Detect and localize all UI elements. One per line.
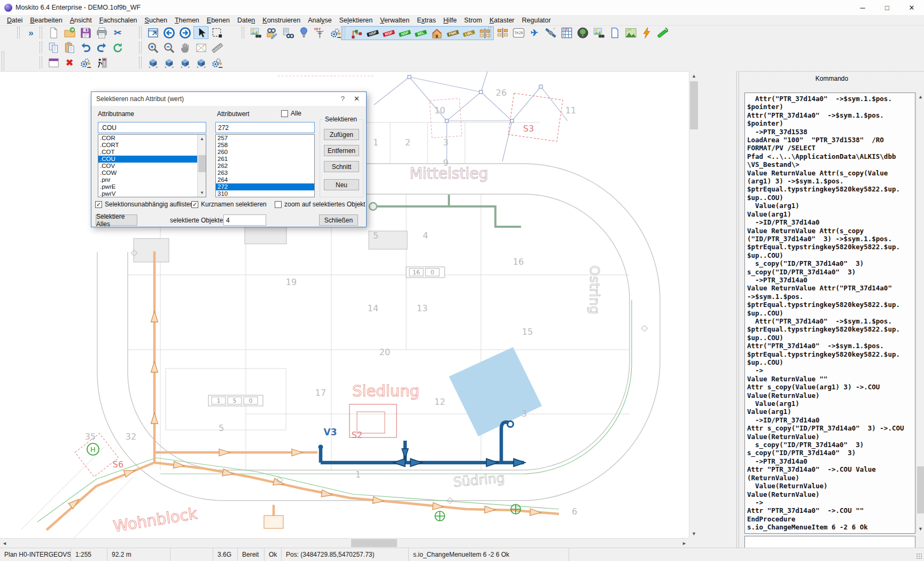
toolbar-grip[interactable]	[40, 27, 42, 39]
cube-view3-icon[interactable]	[177, 56, 192, 69]
dialog-checkbox-1[interactable]: ✓Kurznamen selektieren	[191, 201, 267, 208]
toolbar-grip[interactable]	[139, 42, 142, 53]
list-item[interactable]: .CORT	[98, 142, 206, 149]
scroll-right-icon[interactable]: ►	[680, 539, 689, 548]
layer-fmk-icon[interactable]: FMK	[445, 27, 460, 40]
scroll-down-icon[interactable]: ▼	[689, 529, 698, 538]
list-item[interactable]: 257	[216, 135, 314, 142]
checkbox-box[interactable]: ✓	[95, 201, 102, 208]
entfernen-button[interactable]: Entfernen	[324, 145, 359, 156]
scroll-up-icon[interactable]: ▲	[689, 71, 698, 80]
dialog-checkbox-2[interactable]: zoom auf selektiertes Objekt	[275, 201, 365, 208]
vscroll-thumb[interactable]	[690, 81, 698, 129]
copy-icon[interactable]	[46, 41, 61, 54]
list-scroll-thumb[interactable]	[198, 155, 206, 172]
map-horizontal-scrollbar[interactable]: ◄ ►	[0, 538, 689, 547]
airplane-icon[interactable]: ✈	[527, 26, 542, 39]
toolbar-grip[interactable]	[343, 27, 345, 39]
maximize-button[interactable]: □	[875, 0, 899, 15]
paste-icon[interactable]	[62, 41, 77, 54]
list-item[interactable]: 262	[216, 163, 314, 170]
menu-item-strom[interactable]: Strom	[461, 17, 486, 24]
house-icon[interactable]	[429, 27, 444, 40]
green-pen-icon[interactable]	[655, 26, 670, 39]
lightning-icon[interactable]	[639, 26, 654, 39]
menu-item-ebenen[interactable]: Ebenen	[203, 17, 234, 24]
attr-value-input[interactable]	[215, 122, 315, 133]
scroll-left-icon[interactable]: ◄	[0, 539, 9, 548]
toolbar-grip[interactable]	[17, 27, 20, 39]
open-folder-icon[interactable]	[62, 26, 77, 39]
console-scroll-thumb[interactable]	[917, 466, 924, 513]
list-item[interactable]: .pnr	[98, 176, 206, 183]
attr-name-list[interactable]: .COR.CORT.COT.COU.COV.COW.pnr.pwrE.pwrV …	[98, 134, 206, 197]
search-edit-icon[interactable]	[264, 26, 279, 39]
list-item[interactable]: .COW	[98, 170, 206, 176]
list-item[interactable]: 263	[216, 170, 314, 176]
ruler-icon[interactable]	[209, 41, 224, 54]
list-item[interactable]: .COU	[98, 156, 206, 163]
menu-item-analyse[interactable]: Analyse	[304, 17, 335, 24]
menu-item-konstruieren[interactable]: Konstruieren	[259, 17, 304, 24]
dialog-titlebar[interactable]: Selektieren nach Attribut (wert) ? ✕	[91, 92, 366, 106]
dialog-help-button[interactable]: ?	[341, 95, 345, 103]
new-document-icon[interactable]	[46, 26, 61, 39]
cube-view1-icon[interactable]	[145, 56, 160, 69]
hscroll-thumb[interactable]	[351, 539, 397, 547]
refresh-icon[interactable]	[110, 41, 125, 54]
kommando-console[interactable]: Attr("PTR_37d14a0" ->$sym.1.$pos.$pointe…	[744, 93, 915, 534]
image-search-icon[interactable]	[248, 26, 263, 39]
menu-item-extras[interactable]: Extras	[413, 17, 439, 24]
scroll-down-icon[interactable]: ▼	[917, 524, 924, 533]
cut-icon[interactable]: ✂	[110, 26, 125, 39]
power-pole-icon[interactable]: HS-F	[312, 26, 327, 39]
image-search2-icon[interactable]	[591, 26, 606, 39]
selected-parcel[interactable]	[449, 347, 542, 436]
pole-houses2-icon[interactable]	[495, 26, 510, 39]
list-item[interactable]: 261	[216, 156, 314, 163]
zufgen-button[interactable]: Zufügen	[324, 129, 359, 140]
zoom-out-icon[interactable]	[161, 41, 176, 54]
menu-item-kataster[interactable]: Kataster	[486, 17, 518, 24]
globe-tree-icon[interactable]	[575, 26, 590, 39]
list-item[interactable]: 258	[216, 142, 314, 149]
all-checkbox-box[interactable]	[281, 110, 288, 117]
zoom-in-icon[interactable]	[145, 41, 160, 54]
list-scrollbar[interactable]: ▲ ▼	[197, 135, 206, 197]
checkbox-box[interactable]: ✓	[191, 201, 198, 208]
console-scrollbar[interactable]: ▲ ▼	[916, 92, 924, 533]
menu-item-ansicht[interactable]: Ansicht	[66, 17, 96, 24]
landscape-icon[interactable]	[623, 26, 638, 39]
delete-icon[interactable]: ✖	[62, 56, 77, 69]
menu-item-suchen[interactable]: Suchen	[141, 17, 171, 24]
kommando-input[interactable]	[744, 536, 915, 548]
layer-bel-icon[interactable]: BEL	[413, 27, 428, 40]
tk25-icon[interactable]: TK25	[511, 26, 526, 39]
toolbar-grip[interactable]	[488, 27, 491, 39]
select-all-button[interactable]: Selektiere Alles	[96, 214, 137, 226]
list-item[interactable]: 264	[216, 176, 314, 183]
list-item[interactable]: .pwrV	[98, 190, 206, 197]
save-icon[interactable]	[78, 26, 93, 39]
undo-icon[interactable]	[78, 41, 93, 54]
menu-item-themen[interactable]: Themen	[171, 17, 203, 24]
cube-view2-icon[interactable]	[161, 56, 176, 69]
forward-icon[interactable]	[177, 26, 192, 39]
table-ab-icon[interactable]: AB12	[559, 26, 574, 39]
gears-user3-icon[interactable]	[209, 56, 224, 69]
layer-hsp-icon[interactable]: HSP	[365, 27, 380, 40]
gears-user2-icon[interactable]	[78, 56, 93, 69]
overflow-chevron-icon[interactable]: »	[24, 26, 38, 39]
dialog-close-icon[interactable]: ✕	[354, 95, 360, 103]
toolbar-grip[interactable]	[139, 27, 142, 39]
overview-icon[interactable]	[193, 41, 208, 54]
attr-value-list[interactable]: 257258260261262263264272310	[215, 134, 315, 197]
list-item[interactable]: 272	[216, 183, 314, 190]
list-item[interactable]: 260	[216, 149, 314, 156]
toolbar-grip[interactable]	[242, 27, 244, 39]
selection-rect-icon[interactable]	[209, 26, 224, 39]
toolbar-grip[interactable]	[139, 57, 142, 68]
checkbox-box[interactable]	[275, 201, 282, 208]
menu-item-verwalten[interactable]: Verwalten	[376, 17, 413, 24]
menu-item-selektieren[interactable]: Selektieren	[336, 17, 377, 24]
